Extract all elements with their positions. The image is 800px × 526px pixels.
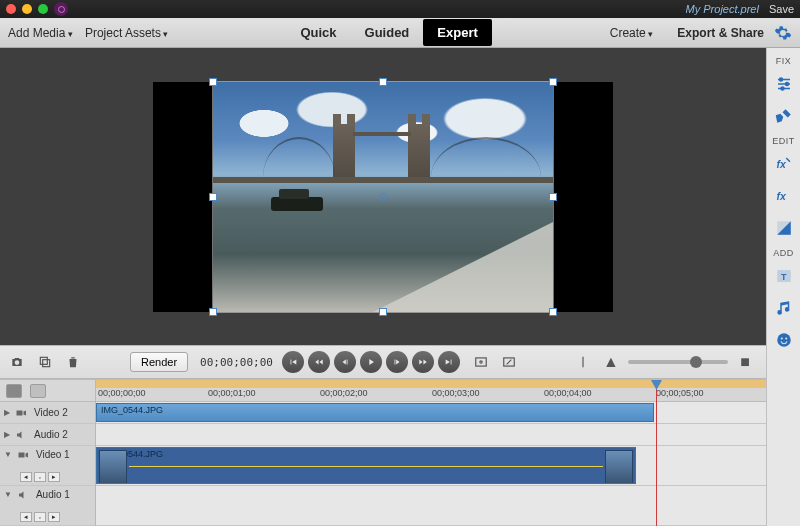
render-button[interactable]: Render xyxy=(130,352,188,372)
rewind-icon[interactable] xyxy=(308,351,330,373)
play-icon[interactable] xyxy=(360,351,382,373)
toggle-video-icon[interactable] xyxy=(16,449,30,461)
resize-handle-tr[interactable] xyxy=(550,79,556,85)
tab-expert[interactable]: Expert xyxy=(423,19,491,46)
svg-rect-0 xyxy=(40,357,47,364)
timeline-tracks-area[interactable]: 00;00;00;00 00;00;01;00 00;00;02;00 00;0… xyxy=(96,380,766,526)
window-controls xyxy=(6,4,48,14)
next-keyframe-icon[interactable]: ▸ xyxy=(48,472,60,482)
minimize-window-button[interactable] xyxy=(22,4,32,14)
preview-clip-image[interactable] xyxy=(213,82,553,312)
tab-guided[interactable]: Guided xyxy=(351,19,424,46)
project-filename: My Project.prel xyxy=(686,3,759,15)
tools-icon[interactable] xyxy=(771,103,797,129)
toggle-audio-icon[interactable] xyxy=(16,489,30,501)
timeline-view-switch xyxy=(0,380,95,402)
playhead[interactable] xyxy=(656,380,657,526)
track-header-video2[interactable]: ▶ Video 2 xyxy=(0,402,95,424)
resize-handle-mr[interactable] xyxy=(550,194,556,200)
keyframe-nav: ◂ ◦ ▸ xyxy=(20,472,60,482)
svg-text:T: T xyxy=(781,272,787,282)
project-assets-menu[interactable]: Project Assets xyxy=(85,26,169,40)
add-keyframe-icon[interactable]: ◦ xyxy=(34,512,46,522)
section-label-edit: EDIT xyxy=(772,136,795,146)
marker-icon[interactable] xyxy=(572,351,594,373)
next-keyframe-icon[interactable]: ▸ xyxy=(48,512,60,522)
work-area-bar[interactable] xyxy=(96,380,766,388)
titles-text-icon[interactable]: T xyxy=(771,263,797,289)
view-mode-a-icon[interactable] xyxy=(6,384,22,398)
expand-track-icon[interactable]: ▶ xyxy=(4,430,10,439)
track-row-video2[interactable]: IMG_0544.JPG xyxy=(96,402,766,424)
track-row-video1[interactable]: IMG_0544.JPG xyxy=(96,446,766,486)
fast-forward-icon[interactable] xyxy=(412,351,434,373)
fullscreen-icon[interactable] xyxy=(498,351,520,373)
toggle-audio-icon[interactable] xyxy=(14,429,28,441)
toggle-video-icon[interactable] xyxy=(14,407,28,419)
svg-rect-6 xyxy=(18,452,24,457)
adjust-sliders-icon[interactable] xyxy=(771,71,797,97)
preview-stage[interactable] xyxy=(153,82,613,312)
resize-handle-bl[interactable] xyxy=(210,309,216,315)
transitions-icon[interactable] xyxy=(771,215,797,241)
music-icon[interactable] xyxy=(771,295,797,321)
svg-point-9 xyxy=(781,87,784,90)
collapse-track-icon[interactable]: ▼ xyxy=(4,450,12,459)
prev-keyframe-icon[interactable]: ◂ xyxy=(20,512,32,522)
zoom-in-icon[interactable]: ■ xyxy=(734,351,756,373)
resize-handle-tm[interactable] xyxy=(380,79,386,85)
resize-handle-ml[interactable] xyxy=(210,194,216,200)
goto-start-icon[interactable] xyxy=(282,351,304,373)
clip-thumb-end-icon xyxy=(605,450,633,484)
right-tool-panel: FIX EDIT fx fx ADD T xyxy=(766,48,800,526)
clip-video2[interactable]: IMG_0544.JPG xyxy=(96,403,654,422)
export-share-button[interactable]: Export & Share xyxy=(677,26,764,40)
safe-margins-icon[interactable] xyxy=(470,351,492,373)
anchor-point-icon[interactable] xyxy=(379,193,387,201)
preview-monitor xyxy=(0,48,766,345)
delete-icon[interactable] xyxy=(62,351,84,373)
step-forward-icon[interactable] xyxy=(386,351,408,373)
save-button[interactable]: Save xyxy=(769,3,794,15)
effects-icon[interactable]: fx xyxy=(771,183,797,209)
clip-video1[interactable]: IMG_0544.JPG xyxy=(96,447,636,484)
track-row-audio1[interactable] xyxy=(96,486,766,526)
ruler-tick: 00;00;03;00 xyxy=(432,388,480,398)
settings-gear-icon[interactable] xyxy=(774,24,792,42)
svg-point-7 xyxy=(779,78,782,81)
zoom-knob[interactable] xyxy=(690,356,702,368)
resize-handle-tl[interactable] xyxy=(210,79,216,85)
goto-end-icon[interactable] xyxy=(438,351,460,373)
expand-track-icon[interactable]: ▶ xyxy=(4,408,10,417)
applied-effects-icon[interactable]: fx xyxy=(771,151,797,177)
section-label-fix: FIX xyxy=(776,56,792,66)
zoom-window-button[interactable] xyxy=(38,4,48,14)
tab-quick[interactable]: Quick xyxy=(286,19,350,46)
app-root: My Project.prel Save Add Media Project A… xyxy=(0,0,800,526)
track-header-audio2[interactable]: ▶ Audio 2 xyxy=(0,424,95,446)
prev-keyframe-icon[interactable]: ◂ xyxy=(20,472,32,482)
graphics-smiley-icon[interactable] xyxy=(771,327,797,353)
snapshot-icon[interactable] xyxy=(6,351,28,373)
add-keyframe-icon[interactable]: ◦ xyxy=(34,472,46,482)
track-row-audio2[interactable] xyxy=(96,424,766,446)
duplicate-icon[interactable] xyxy=(34,351,56,373)
time-ruler[interactable]: 00;00;00;00 00;00;01;00 00;00;02;00 00;0… xyxy=(96,380,766,402)
add-media-menu[interactable]: Add Media xyxy=(8,26,73,40)
close-window-button[interactable] xyxy=(6,4,16,14)
create-menu[interactable]: Create xyxy=(610,26,654,40)
zoom-out-icon[interactable]: ▲ xyxy=(600,351,622,373)
svg-point-15 xyxy=(780,338,782,340)
step-back-icon[interactable] xyxy=(334,351,356,373)
view-mode-b-icon[interactable] xyxy=(30,384,46,398)
svg-point-8 xyxy=(785,83,788,86)
timecode-display[interactable]: 00;00;00;00 xyxy=(200,356,273,369)
workspace-tabs: Quick Guided Expert xyxy=(180,19,597,46)
collapse-track-icon[interactable]: ▼ xyxy=(4,490,12,499)
track-header-video1[interactable]: ▼ Video 1 ◂ ◦ ▸ xyxy=(0,446,95,486)
timeline-panel: ▶ Video 2 ▶ Audio 2 ▼ Video 1 xyxy=(0,379,766,526)
track-header-audio1[interactable]: ▼ Audio 1 ◂ ◦ ▸ xyxy=(0,486,95,526)
timeline-zoom-slider[interactable]: ▲ ■ xyxy=(600,351,756,373)
section-label-add: ADD xyxy=(773,248,794,258)
ruler-tick: 00;00;05;00 xyxy=(656,388,704,398)
